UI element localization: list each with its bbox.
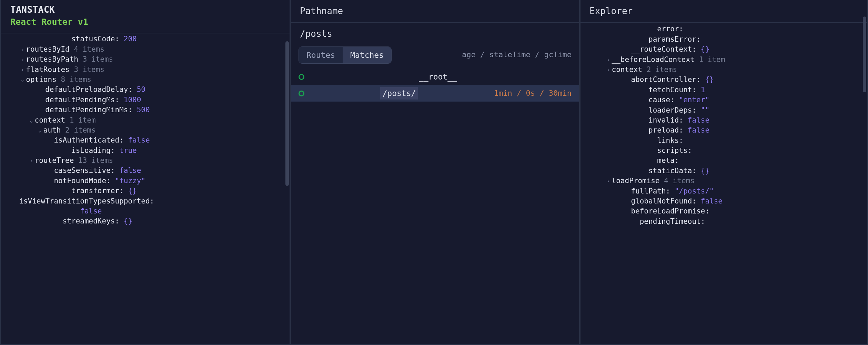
leftTree-row: streamedKeys: {}: [10, 216, 290, 226]
tree-sep: [660, 177, 664, 185]
explorer-panel: Explorer error: paramsError: __routeCont…: [580, 0, 868, 345]
leftTree-row[interactable]: ›routesByPath 3 items: [10, 54, 290, 64]
tree-key: defaultPendingMs: [45, 96, 115, 104]
tree-key: routesById: [26, 45, 69, 53]
tree-sep: [74, 156, 78, 165]
tree-sep: :: [692, 197, 700, 205]
chevron-right-icon[interactable]: ›: [19, 56, 26, 63]
right.tree-row: scripts:: [587, 146, 867, 156]
right.tree-row: staticData: {}: [587, 166, 867, 176]
tree-key: notFoundMode: [54, 177, 106, 185]
tree-key: transformer: [71, 187, 119, 195]
tree-sep: :: [670, 96, 679, 104]
tree-key: caseSensitive: [54, 166, 110, 175]
tree-key: flatRoutes: [26, 65, 69, 74]
chevron-right-icon[interactable]: ›: [605, 66, 612, 74]
tree-value: 3 items: [83, 55, 113, 63]
explorer-tree: error: paramsError: __routeContext: {} ›…: [581, 23, 867, 344]
right.tree-row: abortController: {}: [587, 75, 867, 85]
tree-value: "fuzzy": [115, 177, 145, 185]
leftTree-row[interactable]: ›routeTree 13 items: [10, 156, 290, 166]
tree-sep: :: [119, 136, 128, 144]
tree-key: isLoading: [71, 146, 111, 155]
chevron-right-icon[interactable]: ›: [19, 66, 26, 74]
leftTree-row[interactable]: ›routesById 4 items: [10, 44, 290, 54]
tree-sep: [65, 116, 70, 124]
tree-value: false: [688, 116, 709, 124]
tree-sep: :: [679, 116, 688, 124]
tree-sep: :: [692, 106, 700, 114]
tree-sep: :: [692, 167, 700, 175]
right.tree-row: fetchCount: 1: [587, 85, 867, 95]
match-label-wrap: __root__: [309, 71, 567, 83]
tree-value: 2 items: [65, 126, 96, 134]
tab-matches[interactable]: Matches: [343, 47, 391, 63]
chevron-right-icon[interactable]: ›: [605, 177, 612, 185]
tree-key: context: [612, 65, 643, 74]
scrollbar-vertical[interactable]: [285, 0, 290, 344]
leftTree-row[interactable]: ›flatRoutes 3 items: [10, 65, 290, 75]
match-label: __root__: [417, 71, 459, 83]
tree-key: pendingTimeout: [640, 217, 701, 226]
leftTree-row: false: [10, 206, 290, 216]
tree-sep: :: [106, 177, 115, 185]
tree-sep: :: [679, 136, 684, 145]
chevron-down-icon[interactable]: ⌄: [19, 76, 26, 84]
right.tree-row[interactable]: ›loadPromise 4 items: [587, 176, 867, 186]
tree-key: staticData: [648, 167, 692, 175]
tree-value: 13 items: [78, 156, 113, 165]
match-row[interactable]: /posts/1min / 0s / 30min: [291, 85, 579, 102]
tree-key: invalid: [648, 116, 679, 124]
scrollbar-vertical[interactable]: [862, 0, 867, 344]
tree-key: defaultPreloadDelay: [45, 85, 128, 94]
right.tree-row[interactable]: ›__beforeLoadContext 1 item: [587, 55, 867, 65]
chevron-right-icon[interactable]: ›: [19, 46, 26, 53]
chevron-down-icon[interactable]: ⌄: [28, 117, 35, 124]
right.tree-row: cause: "enter": [587, 95, 867, 105]
right.tree-row[interactable]: ›context 2 items: [587, 65, 867, 75]
tree-sep: :: [111, 166, 119, 175]
scrollbar-thumb[interactable]: [863, 17, 866, 92]
tree-value: {}: [128, 187, 137, 195]
right.tree-row: globalNotFound: false: [587, 196, 867, 206]
tab-routes[interactable]: Routes: [299, 47, 343, 63]
devtools-root: TANSTACK React Router v1 statusCode: 200…: [0, 0, 868, 345]
tree-sep: :: [115, 96, 123, 104]
leftTree-row: isViewTransitionTypesSupported:: [10, 196, 290, 206]
tree-sep: :: [705, 207, 709, 215]
match-row[interactable]: __root__: [291, 69, 579, 85]
tree-value: "enter": [679, 96, 710, 104]
leftTree-row[interactable]: ⌄options 8 items: [10, 75, 290, 85]
tree-sep: :: [666, 187, 675, 195]
leftTree-row: defaultPendingMs: 1000: [10, 95, 290, 105]
chevron-right-icon[interactable]: ›: [605, 56, 612, 64]
matches-toolbar: Routes Matches age / staleTime / gcTime: [291, 46, 579, 69]
tree-sep: [70, 45, 74, 53]
chevron-right-icon[interactable]: ›: [28, 157, 35, 165]
tree-key: statusCode: [71, 35, 115, 43]
tree-key: isAuthenticated: [54, 136, 119, 144]
tree-value: {}: [705, 75, 714, 84]
tree-value: false: [128, 136, 150, 144]
tree-key: defaultPendingMinMs: [45, 106, 128, 114]
tree-sep: :: [696, 75, 705, 84]
tree-key: loadPromise: [612, 177, 660, 185]
leftTree-row[interactable]: ⌄auth 2 items: [10, 125, 290, 135]
scrollbar-thumb[interactable]: [285, 41, 289, 186]
tree-sep: [57, 75, 61, 84]
tree-sep: :: [692, 86, 700, 94]
tree-sep: [642, 65, 647, 74]
status-dot-icon: [299, 74, 304, 80]
tree-value: "": [701, 106, 709, 114]
leftTree-row: defaultPreloadDelay: 50: [10, 85, 290, 95]
brand-bar: TANSTACK React Router v1: [1, 0, 290, 33]
tree-value: 200: [124, 35, 137, 43]
chevron-down-icon[interactable]: ⌄: [37, 127, 43, 134]
tree-key: routeTree: [35, 156, 74, 165]
right.tree-row: error:: [587, 24, 867, 34]
tree-sep: :: [111, 146, 119, 155]
tree-key: cause: [648, 96, 670, 104]
tree-key: links: [657, 136, 679, 145]
leftTree-row[interactable]: ⌄context 1 item: [10, 115, 290, 125]
tree-sep: :: [679, 25, 684, 33]
